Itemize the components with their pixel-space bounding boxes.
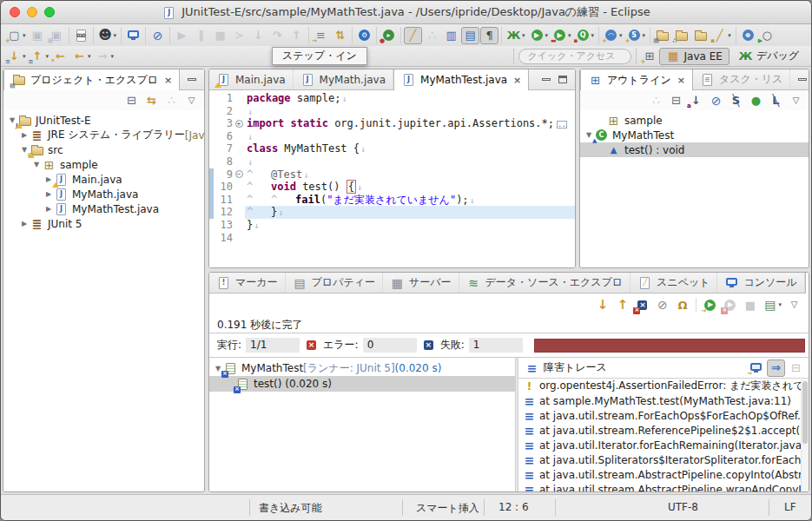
prev-annotation-button[interactable]: ↑≡▾ <box>29 48 51 65</box>
run-search-button[interactable]: ○▶ <box>758 27 776 44</box>
tab-main-java[interactable]: JMain.java <box>209 69 294 89</box>
hide-fields-button[interactable]: ⊘ <box>707 92 725 109</box>
tab-console[interactable]: コンソール <box>717 273 804 293</box>
quick-access-input[interactable] <box>518 49 631 64</box>
line-number[interactable]: 6 <box>214 130 233 143</box>
trace-line-7[interactable]: ≡at java.util.stream.AbstractPipeline.co… <box>518 467 809 482</box>
junit-test-tree[interactable]: ▼×MyMathTest [ランナー: JUnit 5] (0.020 s)×t… <box>209 358 515 491</box>
close-window-button[interactable] <box>10 7 20 17</box>
line-number[interactable]: 7 <box>214 142 233 155</box>
tree-item-test-test[interactable]: ×test() (0.020 s) <box>209 376 515 392</box>
explorer-tree[interactable]: ▼JJUnitTest-E▶≣JRE システム・ライブラリー [JavaS▼⊞s… <box>3 110 204 491</box>
line-number[interactable]: 2 <box>214 105 233 118</box>
tree-item-main-java[interactable]: ▶JMain.java <box>3 172 204 187</box>
trace-line-6[interactable]: ≡at java.util.Spliterators$IteratorSplit… <box>518 452 809 467</box>
last-edit-location-button[interactable]: ←* <box>51 48 69 65</box>
line-number[interactable]: 9 <box>214 168 233 181</box>
open-folder-button[interactable] <box>691 27 710 44</box>
server-sync-button[interactable]: ▸● <box>380 27 398 44</box>
code-line-13[interactable]: 13}↓ <box>209 219 575 232</box>
web-service-button[interactable]: S+▾ <box>625 27 648 44</box>
link-editor-button[interactable]: ⇆ <box>142 92 161 109</box>
perspective-java-ee-button[interactable]: ▦Java EE <box>659 48 729 65</box>
collapse-all-button[interactable]: ⊟ <box>122 92 141 109</box>
code-line-9[interactable]: 9−^@Test↓ <box>209 168 575 181</box>
scroll-lock-button[interactable]: Ω <box>673 296 691 313</box>
expander-open-icon[interactable]: ▼ <box>31 161 42 168</box>
code-line-14[interactable]: 14 <box>209 232 575 245</box>
debug-button[interactable]: Ж▾ <box>505 27 527 44</box>
next-failure-button[interactable]: ↓ <box>593 296 611 313</box>
line-number[interactable]: 13 <box>214 219 233 232</box>
show-whitespace-button[interactable]: ¶ <box>480 27 498 44</box>
hide-local-button[interactable]: L╲ <box>767 92 785 109</box>
tab-properties[interactable]: ▤プロパティー <box>286 273 383 293</box>
show-block-button[interactable]: ▤ <box>461 27 479 44</box>
skip-breakpoints-button[interactable]: ⊘ <box>149 27 167 44</box>
expander-closed-icon[interactable]: ▶ <box>19 220 30 228</box>
fold-collapse-icon[interactable]: − <box>235 170 243 178</box>
tab-snippets[interactable]: ╱スニペット <box>630 273 717 293</box>
open-perspective-button[interactable]: ⊞+ <box>641 48 659 65</box>
failure-trace-list[interactable]: !org.opentest4j.AssertionFailedError: まだ… <box>518 379 809 491</box>
filter-stack-button[interactable]: ⇒ <box>767 359 785 377</box>
minimize-button[interactable] <box>188 78 196 81</box>
line-number[interactable]: 12 <box>214 206 233 219</box>
new-web-wizard-button[interactable]: ◠+▾ <box>602 27 624 44</box>
view-menu-button[interactable]: ▽ <box>787 92 805 109</box>
rerun-button[interactable]: ▶→ <box>701 296 719 313</box>
trace-line-2[interactable]: ≡at sample.MyMathTest.test(MyMathTest.ja… <box>518 393 809 408</box>
code-line-12[interactable]: 12^}↓ <box>209 206 575 219</box>
code-line-7[interactable]: 7class MyMathTest {↓ <box>209 142 575 155</box>
web-browser-button[interactable]: ⊕ <box>739 27 757 44</box>
expander-closed-icon[interactable]: ▶ <box>43 205 54 213</box>
coverage-button[interactable]: ▶▬▾ <box>551 27 573 44</box>
history-button[interactable]: ▤▾ <box>761 296 783 313</box>
open-task-button[interactable]: ≡→ <box>312 27 330 44</box>
minimize-button[interactable] <box>798 78 807 81</box>
collapse-all-button[interactable]: ⊟ <box>667 92 685 109</box>
perspective-debug-button[interactable]: Жデバッグ <box>731 48 806 65</box>
settings-button[interactable]: ⚙ <box>355 27 373 44</box>
line-number[interactable]: 11 <box>214 194 233 207</box>
binary-file-button[interactable]: 010 <box>72 27 90 44</box>
code-line-6[interactable]: 6↓ <box>209 130 575 143</box>
maximize-button[interactable] <box>204 76 205 83</box>
open-resource-button[interactable]: ∴ <box>672 27 690 44</box>
tab-data-source[interactable]: ≋データ・ソース・エクスプロ <box>459 273 631 293</box>
next-annotation-button[interactable]: ↓≡▾ <box>5 48 28 65</box>
tree-item-mymathtest-java[interactable]: ▶JMyMathTest.java <box>3 201 204 216</box>
code-editor[interactable]: 1package sample;↓2↓3+import static org.j… <box>209 90 575 267</box>
sort-button[interactable]: ↓a <box>687 92 705 109</box>
profile-button[interactable]: Q▪▾ <box>574 27 597 44</box>
tree-item-sample[interactable]: ▼⊞sample <box>3 157 204 172</box>
outline-tree[interactable]: ⊞sample▼C▲MyMathTest▲test() : void <box>580 110 809 267</box>
code-line-3[interactable]: 3+import static org.junit.jupiter.api.As… <box>209 117 575 130</box>
minimize-window-button[interactable] <box>27 7 37 17</box>
trace-line-5[interactable]: ≡at java.util.Iterator.forEachRemaining(… <box>518 438 809 452</box>
skipped-only-button[interactable]: ⊘ <box>653 296 671 313</box>
synchronize-button[interactable]: ⇅ <box>331 27 349 44</box>
new-wizard-button[interactable]: ▢+▾ <box>5 27 28 44</box>
code-line-10[interactable]: 10^void test() {↓ <box>209 181 575 194</box>
expander-closed-icon[interactable]: ▶ <box>43 190 54 198</box>
trace-line-1[interactable]: !org.opentest4j.AssertionFailedError: まだ… <box>518 379 809 393</box>
tab-markers[interactable]: !マーカー <box>209 273 286 293</box>
tree-item-test-method[interactable]: ▲test() : void <box>580 142 809 157</box>
open-console-button[interactable] <box>124 27 142 44</box>
line-number[interactable]: 8 <box>214 155 233 168</box>
zoom-window-button[interactable] <box>44 7 55 17</box>
tab-mymathtest-java[interactable]: JMyMathTest.java× <box>393 69 529 90</box>
maximize-button[interactable] <box>558 76 567 83</box>
line-number[interactable]: 1 <box>214 92 233 105</box>
code-line-1[interactable]: 1package sample;↓ <box>209 92 575 105</box>
annotate-button[interactable]: ╱▪▾ <box>710 27 733 44</box>
trace-line-8[interactable]: ≡at java.util.stream.AbstractPipeline.wr… <box>518 482 809 491</box>
tree-item-src[interactable]: ▼⊞src <box>3 142 204 157</box>
tree-item-mymathtest-class[interactable]: ▼C▲MyMathTest <box>580 128 809 142</box>
tab-mymath-java[interactable]: JMyMath.java <box>294 69 393 89</box>
tree-item-suite-mymathtest[interactable]: ▼×MyMathTest [ランナー: JUnit 5] (0.020 s) <box>209 360 515 376</box>
minimize-button[interactable] <box>542 78 551 81</box>
close-icon[interactable]: × <box>164 75 172 86</box>
prev-failure-button[interactable]: ↑ <box>613 296 631 313</box>
